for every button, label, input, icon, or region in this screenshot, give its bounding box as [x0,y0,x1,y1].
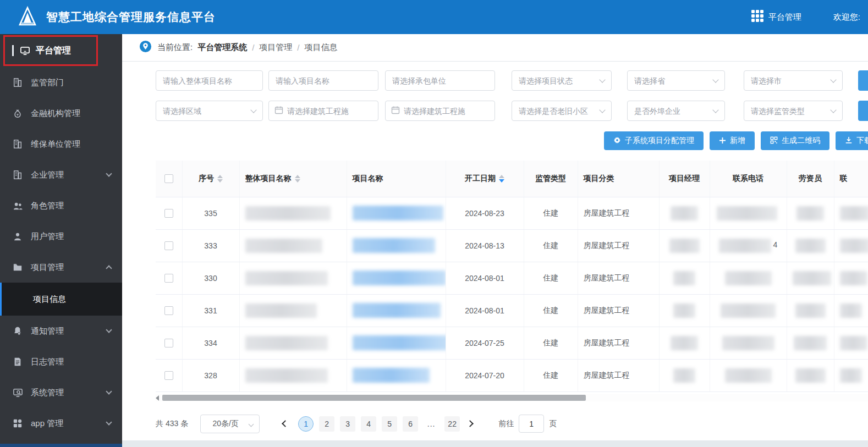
sidebar-item-label: 角色管理 [31,201,64,211]
redacted-text [840,303,862,318]
scroll-left-arrow-icon[interactable] [156,395,159,401]
breadcrumb-level2[interactable]: 项目信息 [305,42,338,53]
supervise-type-select[interactable] [744,101,843,121]
filter-row-1 [156,70,868,91]
building-icon [12,139,23,150]
project-status-field[interactable] [512,71,611,90]
sidebar-item-label: 系统管理 [31,388,64,398]
page-ellipsis[interactable]: ... [424,416,439,432]
generate-qrcode-button[interactable]: 生成二维码 [761,131,829,150]
sidebar-item-log-management[interactable]: 日志管理 [0,346,122,377]
scrollbar-thumb[interactable] [162,395,586,401]
redacted-link-text [353,206,443,220]
row-checkbox[interactable] [164,306,173,315]
project-name-field[interactable] [269,71,378,90]
breadcrumb-root[interactable]: 平台管理系统 [197,42,247,53]
goto-page-input[interactable] [519,415,544,433]
contractor-field[interactable] [386,71,495,90]
sidebar-item-app-management[interactable]: app 管理 [0,408,122,439]
redacted-text [795,303,826,318]
sidebar-item-project-management[interactable]: 项目管理 [0,252,122,283]
cell-project-name-link[interactable] [347,327,446,359]
col-start-date[interactable]: 开工日期 [446,161,524,197]
cell-project-name-link[interactable] [347,262,446,294]
row-checkbox[interactable] [164,339,173,347]
subsystem-assign-button[interactable]: 子系统项目分配管理 [604,131,704,150]
construction-date-start-picker[interactable] [268,101,378,121]
system-monitor-icon [12,387,23,398]
breadcrumb-level1[interactable]: 项目管理 [259,42,292,53]
sidebar-item-enterprise-management[interactable]: 企业管理 [0,159,122,190]
sidebar-subitem-project-info-active[interactable]: 项目信息 [0,283,122,316]
sidebar-item-user-management[interactable]: 用户管理 [0,221,122,252]
project-status-select[interactable] [512,70,612,91]
grid-menu-icon [751,9,764,25]
old-community-field[interactable] [512,101,611,120]
header-platform-nav[interactable]: 平台管理 [751,9,801,25]
download-button[interactable]: 下载 [836,131,868,150]
goto-label: 前往 [498,419,514,429]
add-button[interactable]: 新增 [710,131,755,150]
sidebar-item-supervision-dept[interactable]: 监管部门 [0,67,122,98]
sidebar-item-system-management[interactable]: 系统管理 [0,377,122,408]
row-checkbox[interactable] [164,241,173,250]
region-select[interactable] [156,101,263,121]
page-button-2[interactable]: 2 [319,416,334,432]
row-checkbox[interactable] [164,371,173,380]
sidebar-item-platform-management[interactable]: 平台管理 [0,34,122,67]
chevron-down-icon [106,170,112,176]
construction-date-start-field[interactable] [283,101,378,120]
cell-project-name-link[interactable] [347,229,446,262]
select-all-checkbox[interactable] [164,174,173,183]
project-name-input[interactable] [268,70,378,91]
external-enterprise-field[interactable] [628,101,724,120]
redacted-text [671,336,698,350]
sort-icons[interactable] [217,175,223,183]
page-button-4[interactable]: 4 [361,416,376,432]
external-enterprise-select[interactable] [627,101,725,121]
sidebar-item-notification-management[interactable]: 通知管理 [0,316,122,346]
cell-project-name-link[interactable] [347,197,446,229]
cell-overall-name [239,294,347,327]
calendar-icon [391,106,400,117]
sort-icons-active[interactable] [499,175,504,183]
city-select[interactable] [744,70,843,91]
horizontal-scrollbar[interactable] [156,394,868,401]
next-page-button[interactable] [463,416,479,432]
page-button-22[interactable]: 22 [444,416,460,432]
cell-project-name-link[interactable] [347,359,446,391]
sidebar-item-financial-institutions[interactable]: 金融机构管理 [0,98,122,129]
page-button-1-active[interactable]: 1 [298,416,314,432]
construction-date-end-picker[interactable] [385,101,495,121]
page-size-select[interactable]: 20条/页 [200,415,260,433]
col-category: 项目分类 [578,161,659,197]
sidebar-item-maintenance-units[interactable]: 维保单位管理 [0,129,122,159]
supervise-type-field[interactable] [744,101,842,120]
cell-truncated [834,197,868,229]
contractor-select[interactable] [385,70,495,91]
cell-project-name-link[interactable] [347,294,446,327]
col-overall-name[interactable]: 整体项目名称 [239,161,347,197]
search-button-partial[interactable] [858,70,868,91]
old-community-select[interactable] [512,101,612,121]
region-field[interactable] [156,101,262,120]
reset-button-partial[interactable] [858,101,868,121]
redacted-text [840,271,867,285]
row-checkbox[interactable] [164,209,173,218]
province-select[interactable] [627,70,725,91]
row-checkbox[interactable] [164,274,173,283]
sidebar-item-role-management[interactable]: 角色管理 [0,190,122,221]
app-grid-icon [12,418,23,429]
overall-project-name-input[interactable] [156,70,263,91]
page-button-3[interactable]: 3 [340,416,355,432]
page-button-5[interactable]: 5 [382,416,397,432]
table-row: 334 2024-07-25 住建 房屋建筑工程 [156,327,868,359]
col-seq[interactable]: 序号 [182,161,239,197]
construction-date-end-field[interactable] [400,101,495,120]
overall-project-name-field[interactable] [156,71,262,90]
prev-page-button[interactable] [276,416,292,432]
province-field[interactable] [628,71,724,90]
sort-icons[interactable] [295,175,300,183]
city-field[interactable] [744,71,842,90]
page-button-6[interactable]: 6 [403,416,418,432]
